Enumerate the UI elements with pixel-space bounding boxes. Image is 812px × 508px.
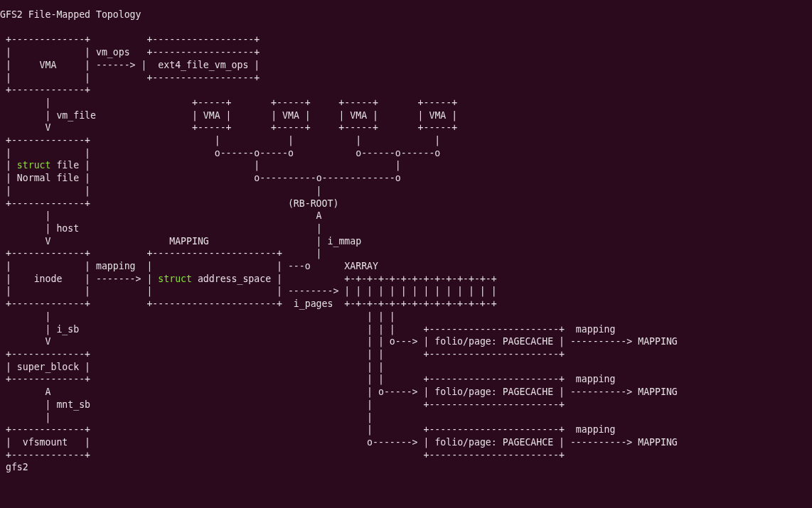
folio-box-1: folio/page: PAGECACHE xyxy=(434,336,553,347)
struct-keyword: struct xyxy=(17,160,51,171)
mapping-target-3: MAPPING xyxy=(638,437,678,448)
inode-box: inode xyxy=(34,274,63,284)
i-mmap-label: i_mmap xyxy=(328,236,362,247)
vma-box-5: VMA xyxy=(429,110,446,121)
mapping-edge-label: mapping xyxy=(96,261,136,271)
vm-file-label: vm_file xyxy=(56,110,96,121)
vm-ops-label: vm_ops xyxy=(96,47,130,58)
folio-box-3: folio/page: PAGECAHCE xyxy=(434,437,553,448)
vma-box-3: VMA xyxy=(282,110,299,121)
struct-keyword-2: struct xyxy=(158,274,192,284)
folio-box-2: folio/page: PAGECACHE xyxy=(434,387,553,397)
super-block-box: super_block xyxy=(17,362,79,372)
mapping-header: MAPPING xyxy=(169,236,209,247)
mapping-out-1: mapping xyxy=(576,324,616,335)
normal-file-label: Normal file xyxy=(17,173,79,183)
mapping-target-1: MAPPING xyxy=(638,336,678,347)
ext4-vm-ops-box: ext4_file_vm_ops xyxy=(158,60,248,70)
diagram-title: GFS2 File-Mapped Topology xyxy=(0,9,141,20)
footer-label: gfs2 xyxy=(6,462,28,472)
xarray-label: XARRAY xyxy=(344,261,378,271)
i-pages-label: i_pages xyxy=(294,298,333,309)
i-sb-label: i_sb xyxy=(56,324,79,335)
mapping-out-2: mapping xyxy=(576,374,616,384)
ascii-diagram: GFS2 File-Mapped Topology +-------------… xyxy=(0,0,812,474)
vfsmount-box: vfsmount xyxy=(23,437,68,448)
vma-box: VMA xyxy=(40,60,57,70)
vma-box-2: VMA xyxy=(203,110,220,121)
mapping-target-2: MAPPING xyxy=(638,387,678,397)
host-label: host xyxy=(56,223,79,234)
mnt-sb-label: mnt_sb xyxy=(56,399,90,410)
rb-root-label: (RB-ROOT) xyxy=(288,198,338,209)
mapping-out-3: mapping xyxy=(576,424,616,435)
vma-box-4: VMA xyxy=(350,110,367,121)
